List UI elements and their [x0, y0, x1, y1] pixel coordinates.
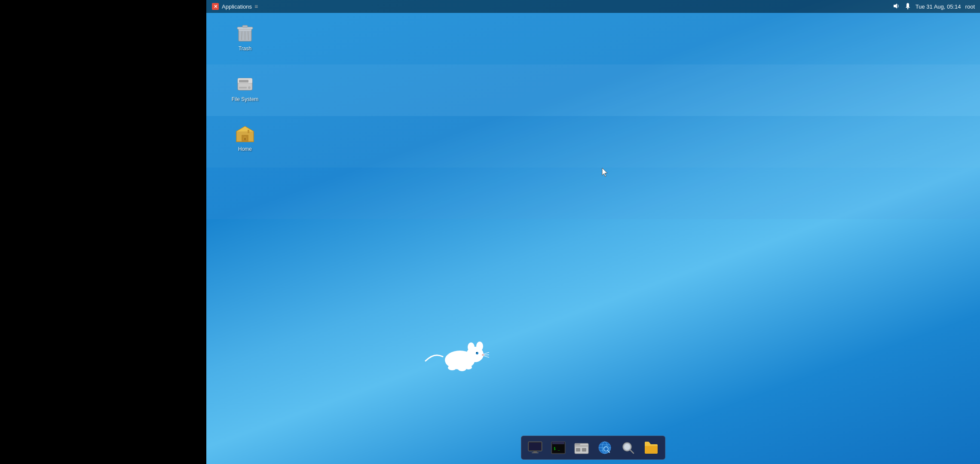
svg-rect-44: [582, 448, 586, 452]
svg-point-22: [468, 342, 475, 352]
svg-point-31: [458, 366, 466, 371]
filesystem-icon-image: [235, 74, 255, 95]
menu-separator-icon: ≡: [254, 3, 258, 10]
svg-point-25: [476, 352, 477, 353]
svg-text:✕: ✕: [214, 4, 217, 9]
svg-rect-19: [248, 130, 249, 133]
taskbar-folder-button[interactable]: [640, 437, 662, 458]
svg-point-32: [465, 365, 472, 369]
user-label: root: [965, 3, 975, 10]
svg-rect-35: [533, 451, 537, 452]
svg-marker-2: [894, 3, 897, 9]
desktop-band-3: [206, 116, 980, 168]
trash-desktop-icon[interactable]: Trash: [228, 21, 262, 53]
svg-line-55: [630, 450, 634, 453]
taskbar-terminal-button[interactable]: $ _: [547, 437, 570, 458]
svg-line-27: [484, 352, 489, 354]
topbar-right: Tue 31 Aug, 05:14 root: [893, 3, 975, 11]
svg-rect-42: [575, 445, 588, 447]
svg-rect-7: [242, 25, 248, 27]
home-label: Home: [238, 146, 252, 152]
taskbar-filemanager-button[interactable]: [570, 437, 593, 458]
applications-menu[interactable]: Applications: [222, 3, 252, 10]
svg-point-15: [248, 86, 251, 89]
svg-rect-36: [532, 452, 539, 453]
svg-rect-34: [529, 443, 541, 450]
svg-rect-14: [239, 87, 247, 89]
volume-icon[interactable]: [893, 3, 900, 11]
svg-line-29: [484, 356, 489, 357]
taskbar-search-button[interactable]: [617, 437, 639, 458]
filesystem-label: File System: [232, 96, 259, 102]
notification-icon[interactable]: [904, 3, 911, 11]
desktop-band-4: [206, 168, 980, 219]
svg-point-3: [907, 8, 908, 9]
svg-rect-39: [552, 442, 564, 444]
desktop-band-2: [206, 64, 980, 116]
home-desktop-icon[interactable]: Home: [228, 122, 262, 154]
desktop: ✕ Applications ≡ Tue 31 Aug, 05:14: [206, 0, 980, 464]
home-icon-image: [235, 124, 255, 144]
topbar-left: ✕ Applications ≡: [211, 3, 258, 10]
xfce-icon[interactable]: ✕: [211, 3, 219, 10]
svg-point-24: [476, 352, 478, 354]
desktop-band-1: [206, 13, 980, 64]
svg-rect-43: [576, 448, 580, 452]
svg-rect-18: [244, 138, 246, 140]
svg-point-30: [448, 365, 456, 370]
topbar: ✕ Applications ≡ Tue 31 Aug, 05:14: [206, 0, 980, 13]
xfce-mascot: [421, 335, 490, 378]
svg-point-23: [476, 342, 483, 351]
trash-label: Trash: [239, 46, 251, 52]
trash-icon-image: [235, 23, 255, 44]
taskbar-browser-button[interactable]: [594, 437, 616, 458]
taskbar: $ _: [521, 436, 665, 460]
taskbar-screen-button[interactable]: [524, 437, 546, 458]
datetime-label: Tue 31 Aug, 05:14: [916, 3, 961, 10]
svg-text:$ _: $ _: [554, 447, 560, 451]
svg-point-54: [624, 444, 630, 450]
filesystem-desktop-icon[interactable]: File System: [228, 72, 262, 104]
left-black-area: [0, 0, 206, 464]
svg-rect-13: [239, 80, 248, 82]
